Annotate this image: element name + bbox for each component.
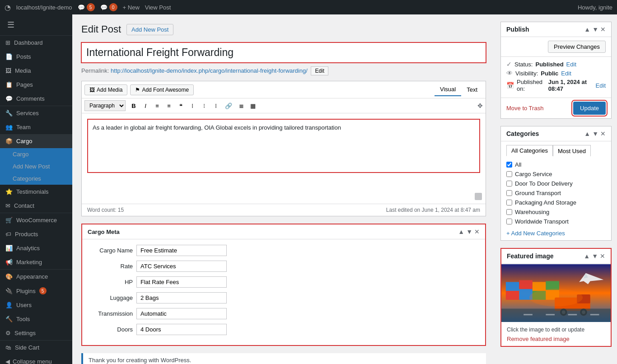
svg-rect-17 (501, 308, 611, 322)
cat-checkbox-cargo-service[interactable] (506, 171, 512, 177)
expand-editor-button[interactable]: ✥ (477, 102, 483, 109)
collapse-menu-button[interactable]: ◀ Collapse menu (0, 355, 72, 364)
transmission-input[interactable] (136, 308, 227, 319)
visual-tab[interactable]: Visual (435, 83, 461, 96)
sidebar-item-woocommerce[interactable]: 🛒 WooCommerce (0, 213, 72, 227)
sidebar-item-marketing[interactable]: 📢 Marketing (0, 255, 72, 269)
sidebar-item-cargo[interactable]: 📦 Cargo (0, 134, 72, 148)
format-select[interactable]: Paragraph (84, 100, 126, 111)
wp-logo[interactable]: ◔ (5, 3, 11, 12)
comments-count[interactable]: 💬 5 (78, 3, 95, 11)
sidebar-item-media[interactable]: 🖼 Media (0, 64, 72, 78)
publish-close[interactable]: ✕ (600, 26, 606, 33)
sidebar-item-settings[interactable]: ⚙ Settings (0, 326, 72, 340)
sidebar-item-side-cart[interactable]: 🛍 Side Cart (0, 341, 72, 355)
featured-image-close[interactable]: ✕ (600, 252, 605, 260)
sidebar-item-testimonials[interactable]: ⭐ Testimonials (0, 185, 72, 199)
sidebar-item-tools[interactable]: 🔨 Tools (0, 312, 72, 326)
categories-collapse-up[interactable]: ▲ (584, 130, 590, 137)
more-options-button[interactable]: ≣ (236, 100, 247, 111)
meta-box-collapse-up[interactable]: ▲ (458, 228, 464, 235)
categories-close[interactable]: ✕ (600, 130, 606, 137)
sidebar-item-contact[interactable]: ✉ Contact (0, 199, 72, 213)
add-new-categories-link[interactable]: + Add New Categories (506, 230, 606, 237)
publish-collapse-down[interactable]: ▼ (592, 26, 598, 33)
sub-item-cargo[interactable]: Cargo (0, 148, 72, 160)
featured-image-thumbnail[interactable] (501, 264, 611, 324)
add-new-post-button[interactable]: Add New Post (126, 24, 173, 35)
move-to-trash-link[interactable]: Move to Trash (506, 105, 543, 112)
luggage-input[interactable] (136, 292, 227, 303)
insert-link-button[interactable]: 🔗 (222, 100, 235, 111)
update-button[interactable]: Update (573, 102, 606, 115)
all-categories-tab[interactable]: All Categories (506, 145, 553, 156)
align-right-button[interactable]: ⁞ (210, 100, 221, 111)
visibility-edit-link[interactable]: Edit (561, 70, 571, 77)
italic-button[interactable]: I (140, 100, 151, 111)
cat-checkbox-ground-transport[interactable] (506, 190, 512, 196)
rate-input[interactable] (136, 261, 227, 272)
meta-box-close[interactable]: ✕ (474, 228, 480, 235)
sub-item-add-new[interactable]: Add New Post (0, 160, 72, 173)
published-date-icon: 📅 (506, 82, 514, 89)
svg-rect-21 (590, 314, 599, 315)
cat-checkbox-worldwide[interactable] (506, 219, 512, 224)
sidebar-item-pages[interactable]: 📋 Pages (0, 78, 72, 92)
most-used-tab[interactable]: Most Used (553, 145, 591, 156)
post-title-input[interactable] (81, 42, 486, 63)
meta-field-rate: Rate (88, 261, 480, 272)
table-button[interactable]: ▦ (248, 100, 258, 111)
sidebar-item-dashboard[interactable]: ⊞ Dashboard (0, 36, 72, 50)
align-center-button[interactable]: ⁝ (199, 100, 210, 111)
status-edit-link[interactable]: Edit (566, 61, 576, 68)
remove-featured-image-link[interactable]: Remove featured image (501, 336, 611, 346)
cat-checkbox-door-delivery[interactable] (506, 181, 512, 187)
editor-top-bar: 🖼 Add Media ⚑ Add Font Awesome Visual Te… (82, 81, 486, 98)
blockquote-button[interactable]: ❝ (175, 100, 186, 111)
sidebar-item-posts[interactable]: 📄 Posts (0, 50, 72, 64)
cargo-name-input[interactable] (136, 245, 227, 256)
new-content-button[interactable]: + New (123, 4, 140, 11)
unordered-list-button[interactable]: ≡ (152, 100, 163, 111)
ordered-list-button[interactable]: ≡ (164, 100, 174, 111)
editor-text-area[interactable]: As a leader in global air freight forwar… (87, 119, 480, 173)
featured-image-header: Featured image ▲ ▼ ✕ (501, 249, 611, 264)
hp-input[interactable] (136, 276, 227, 288)
preview-changes-button[interactable]: Preview Changes (548, 41, 606, 53)
meta-box-collapse-down[interactable]: ▼ (466, 228, 472, 235)
sidebar-item-label: Dashboard (14, 39, 43, 46)
published-edit-link[interactable]: Edit (596, 82, 606, 89)
view-post-link[interactable]: View Post (145, 4, 171, 11)
cat-checkbox-packaging-storage[interactable] (506, 200, 512, 205)
categories-collapse-down[interactable]: ▼ (592, 130, 598, 137)
cat-checkbox-warehousing[interactable] (506, 209, 512, 215)
featured-image-collapse-down[interactable]: ▼ (592, 252, 598, 260)
sidebar-item-team[interactable]: 👥 Team (0, 120, 72, 134)
sidebar-item-plugins[interactable]: 🔌 Plugins 5 (0, 284, 72, 298)
svg-rect-19 (546, 314, 555, 315)
updates-count[interactable]: 💬 0 (100, 3, 117, 11)
sidebar-item-products[interactable]: 🏷 Products (0, 227, 72, 241)
align-left-button[interactable]: ⁞ (187, 100, 198, 111)
editor-fullscreen-icon[interactable] (475, 193, 482, 200)
sidebar-item-appearance[interactable]: 🎨 Appearance (0, 270, 72, 284)
font-awesome-icon: ⚑ (135, 87, 140, 93)
luggage-label: Luggage (88, 294, 133, 301)
add-media-button[interactable]: 🖼 Add Media (84, 84, 127, 95)
cat-checkbox-all[interactable] (506, 162, 512, 168)
edit-permalink-button[interactable]: Edit (311, 66, 328, 75)
sidebar-item-comments[interactable]: 💬 Comments (0, 92, 72, 106)
permalink-url[interactable]: http://localhost/Ignite-demo/index.php/c… (111, 67, 308, 74)
doors-input[interactable] (136, 324, 227, 335)
main-content: Edit Post Add New Post Permalink: http:/… (72, 14, 495, 364)
sub-item-categories[interactable]: Categories (0, 173, 72, 185)
sidebar-item-services[interactable]: 🔧 Services (0, 106, 72, 120)
add-font-awesome-button[interactable]: ⚑ Add Font Awesome (130, 84, 194, 95)
publish-collapse-up[interactable]: ▲ (584, 26, 590, 33)
bold-button[interactable]: B (128, 100, 139, 111)
site-name[interactable]: localhost/Ignite-demo (16, 4, 72, 11)
sidebar-item-analytics[interactable]: 📊 Analytics (0, 241, 72, 255)
featured-image-collapse-up[interactable]: ▲ (584, 252, 590, 260)
sidebar-item-users[interactable]: 👤 Users (0, 298, 72, 312)
text-tab[interactable]: Text (461, 83, 483, 96)
